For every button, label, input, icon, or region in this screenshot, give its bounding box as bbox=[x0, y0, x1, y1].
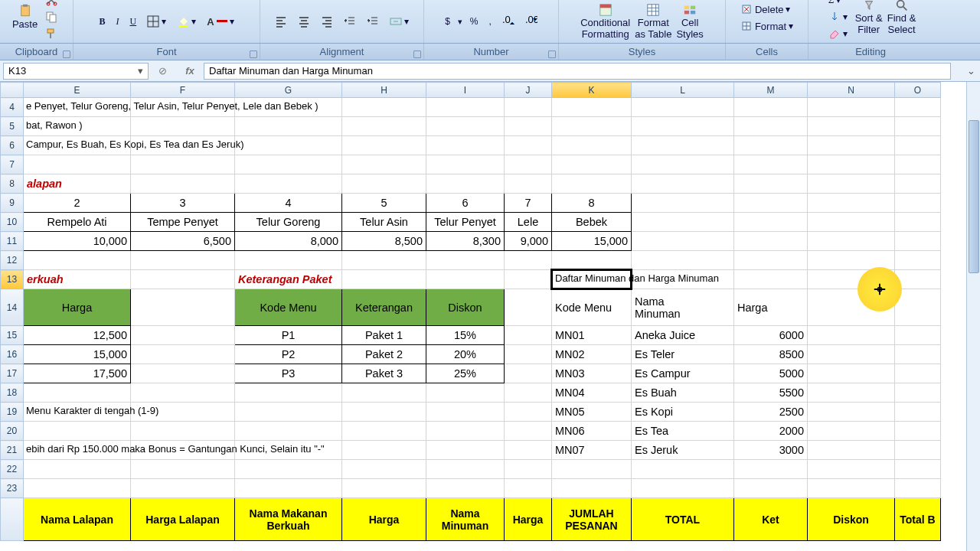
cell[interactable] bbox=[342, 117, 426, 136]
cell[interactable] bbox=[505, 270, 552, 289]
cell[interactable]: 3000 bbox=[734, 441, 808, 460]
cell[interactable] bbox=[426, 174, 505, 194]
cell[interactable] bbox=[895, 345, 941, 364]
cell[interactable] bbox=[24, 383, 131, 403]
cell[interactable] bbox=[235, 422, 342, 441]
cell[interactable] bbox=[24, 479, 131, 498]
cell[interactable]: Kode Menu bbox=[235, 289, 342, 326]
sort-filter-button[interactable]: Sort & Filter bbox=[855, 0, 883, 35]
cell[interactable] bbox=[426, 441, 505, 460]
cell[interactable]: P2 bbox=[235, 345, 342, 364]
cell[interactable]: Paket 2 bbox=[342, 345, 426, 364]
cell[interactable] bbox=[808, 136, 895, 155]
cell[interactable]: bat, Rawon ) bbox=[24, 117, 131, 136]
cell[interactable] bbox=[342, 270, 426, 289]
cell[interactable] bbox=[426, 136, 505, 155]
cell[interactable] bbox=[734, 174, 808, 194]
cell[interactable]: 15% bbox=[426, 326, 505, 345]
cell[interactable] bbox=[342, 136, 426, 155]
row-header[interactable]: 7 bbox=[1, 155, 24, 174]
row-header[interactable]: 20 bbox=[1, 422, 24, 441]
cell[interactable] bbox=[552, 117, 632, 136]
vertical-scrollbar[interactable] bbox=[966, 82, 980, 551]
cell[interactable] bbox=[895, 155, 941, 174]
cell[interactable] bbox=[808, 194, 895, 213]
cell[interactable] bbox=[131, 174, 235, 194]
row-header[interactable]: 19 bbox=[1, 403, 24, 422]
cell[interactable] bbox=[552, 155, 632, 174]
cell[interactable]: Es Teler bbox=[632, 345, 734, 364]
col-header[interactable]: H bbox=[342, 83, 426, 98]
cell[interactable]: Nama Minuman bbox=[426, 498, 505, 541]
cell[interactable] bbox=[808, 326, 895, 345]
cell[interactable] bbox=[505, 251, 552, 270]
cell[interactable] bbox=[552, 136, 632, 155]
cell[interactable] bbox=[131, 422, 235, 441]
cell[interactable] bbox=[342, 174, 426, 194]
format-button[interactable]: Format ▾ bbox=[737, 18, 796, 34]
row-header[interactable]: 15 bbox=[1, 326, 24, 345]
cell[interactable]: Es Jeruk bbox=[632, 441, 734, 460]
cell[interactable] bbox=[342, 251, 426, 270]
cell[interactable] bbox=[632, 117, 734, 136]
cell[interactable] bbox=[895, 251, 941, 270]
cell[interactable] bbox=[895, 289, 941, 326]
cell[interactable]: 2000 bbox=[734, 422, 808, 441]
cell[interactable] bbox=[734, 232, 808, 251]
cell[interactable] bbox=[505, 136, 552, 155]
comma-button[interactable]: , bbox=[486, 15, 495, 28]
cell[interactable] bbox=[632, 479, 734, 498]
percent-button[interactable]: % bbox=[467, 15, 482, 28]
cell[interactable] bbox=[505, 403, 552, 422]
row-header[interactable]: 21 bbox=[1, 441, 24, 460]
bold-button[interactable]: B bbox=[96, 15, 108, 29]
cell[interactable]: JUMLAH PESANAN bbox=[552, 498, 632, 541]
cell[interactable] bbox=[131, 364, 235, 383]
cell[interactable]: Harga bbox=[24, 289, 131, 326]
cell[interactable] bbox=[895, 422, 941, 441]
cell[interactable] bbox=[505, 383, 552, 403]
align-center-button[interactable] bbox=[295, 14, 313, 29]
cell[interactable]: 8,000 bbox=[235, 232, 342, 251]
cell[interactable] bbox=[235, 136, 342, 155]
expand-formula-bar-icon[interactable]: ⌄ bbox=[965, 65, 977, 77]
row-header[interactable]: 17 bbox=[1, 364, 24, 383]
decrease-indent-button[interactable] bbox=[341, 14, 359, 29]
col-header[interactable]: N bbox=[808, 83, 895, 98]
cell[interactable]: Diskon bbox=[426, 289, 505, 326]
col-header[interactable]: O bbox=[895, 83, 941, 98]
cell[interactable] bbox=[342, 403, 426, 422]
col-header[interactable] bbox=[1, 83, 24, 98]
cell[interactable]: MN07 bbox=[552, 441, 632, 460]
cell[interactable] bbox=[632, 194, 734, 213]
cell[interactable]: Paket 1 bbox=[342, 326, 426, 345]
fill-color-button[interactable]: ▾ bbox=[174, 14, 199, 29]
cell[interactable] bbox=[24, 460, 131, 479]
cell[interactable]: 6 bbox=[426, 194, 505, 213]
align-left-button[interactable] bbox=[272, 14, 290, 29]
cell[interactable] bbox=[895, 441, 941, 460]
scrollbar-thumb[interactable] bbox=[969, 120, 979, 273]
cell[interactable] bbox=[235, 403, 342, 422]
cell[interactable]: Nama Lalapan bbox=[24, 498, 131, 541]
cell[interactable] bbox=[734, 460, 808, 479]
cell[interactable] bbox=[505, 98, 552, 117]
cell[interactable] bbox=[505, 364, 552, 383]
cell[interactable]: P3 bbox=[235, 364, 342, 383]
cell[interactable] bbox=[895, 326, 941, 345]
cell[interactable]: 8,300 bbox=[426, 232, 505, 251]
format-painter-button[interactable] bbox=[42, 26, 60, 41]
cell[interactable] bbox=[131, 345, 235, 364]
cell[interactable] bbox=[632, 232, 734, 251]
cell[interactable] bbox=[505, 289, 552, 326]
italic-button[interactable]: I bbox=[113, 15, 122, 29]
row-header[interactable]: 9 bbox=[1, 194, 24, 213]
cell[interactable] bbox=[632, 460, 734, 479]
cell[interactable] bbox=[808, 174, 895, 194]
row-header[interactable]: 6 bbox=[1, 136, 24, 155]
cell[interactable]: 5 bbox=[342, 194, 426, 213]
cell[interactable]: 25% bbox=[426, 364, 505, 383]
cell[interactable]: 8 bbox=[552, 194, 632, 213]
merge-button[interactable]: ▾ bbox=[387, 14, 412, 29]
cell[interactable] bbox=[426, 383, 505, 403]
